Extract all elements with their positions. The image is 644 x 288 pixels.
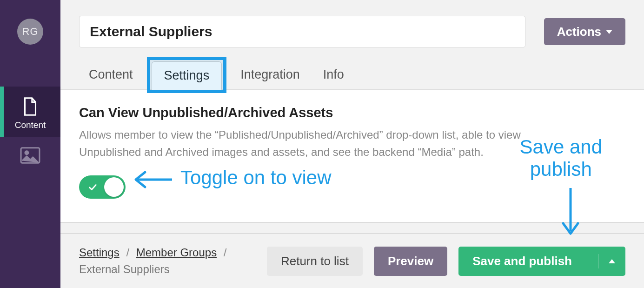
svg-point-1 bbox=[25, 151, 28, 154]
toggle-row bbox=[79, 175, 625, 199]
sidebar-item-content[interactable]: Content bbox=[0, 87, 60, 137]
setting-description: Allows member to view the “Published/Unp… bbox=[79, 126, 525, 161]
file-icon bbox=[20, 96, 41, 117]
breadcrumb-settings[interactable]: Settings bbox=[79, 246, 120, 259]
app-root: RG Content Actions bbox=[0, 0, 644, 288]
tabs: Content Settings Integration Info bbox=[60, 47, 644, 90]
save-and-publish-label: Save and publish bbox=[472, 254, 585, 268]
actions-button[interactable]: Actions bbox=[544, 18, 625, 45]
breadcrumb-current: External Suppliers bbox=[79, 263, 170, 275]
footer-actions: Return to list Preview Save and publish bbox=[267, 247, 625, 276]
save-and-publish-button[interactable]: Save and publish bbox=[458, 247, 625, 276]
toggle-knob bbox=[104, 177, 124, 197]
tab-settings[interactable]: Settings bbox=[152, 61, 222, 90]
caret-down-icon bbox=[606, 30, 612, 34]
footer: Settings / Member Groups / External Supp… bbox=[60, 233, 644, 288]
settings-panel: Can View Unpublished/Archived Assets All… bbox=[60, 90, 644, 223]
setting-title: Can View Unpublished/Archived Assets bbox=[79, 105, 625, 121]
tab-content[interactable]: Content bbox=[86, 63, 136, 89]
tab-settings-wrap: Settings bbox=[152, 61, 222, 90]
avatar[interactable]: RG bbox=[17, 19, 43, 45]
breadcrumb: Settings / Member Groups / External Supp… bbox=[79, 244, 230, 278]
main: Actions Content Settings Integration Inf… bbox=[60, 0, 644, 288]
caret-up-icon bbox=[609, 259, 615, 263]
sidebar-divider bbox=[0, 171, 60, 171]
return-to-list-button[interactable]: Return to list bbox=[267, 247, 363, 276]
sidebar-item-label: Content bbox=[15, 120, 46, 130]
title-input[interactable] bbox=[79, 16, 525, 47]
check-icon bbox=[87, 182, 98, 192]
preview-button[interactable]: Preview bbox=[374, 247, 447, 276]
image-icon bbox=[20, 147, 41, 164]
tab-integration[interactable]: Integration bbox=[238, 63, 303, 89]
save-and-publish-dropdown[interactable] bbox=[598, 254, 625, 268]
view-assets-toggle[interactable] bbox=[79, 175, 126, 199]
actions-label: Actions bbox=[557, 25, 601, 39]
breadcrumb-member-groups[interactable]: Member Groups bbox=[136, 246, 217, 259]
breadcrumb-sep: / bbox=[224, 246, 227, 259]
sidebar: RG Content bbox=[0, 0, 60, 288]
sidebar-item-media[interactable] bbox=[0, 137, 60, 171]
topbar: Actions bbox=[60, 0, 644, 47]
breadcrumb-sep: / bbox=[126, 246, 129, 259]
tab-info[interactable]: Info bbox=[320, 63, 347, 89]
